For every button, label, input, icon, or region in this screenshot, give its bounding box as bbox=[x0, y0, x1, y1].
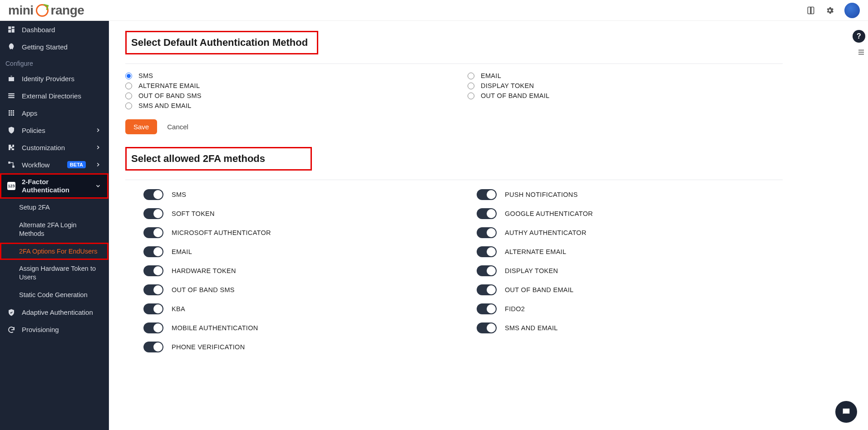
toggle-switch[interactable] bbox=[143, 265, 163, 276]
radio-display-token[interactable]: DISPLAY TOKEN bbox=[468, 82, 783, 89]
heading-text: Select Default Authentication Method bbox=[131, 34, 312, 51]
sidebar-sub-assign-hardware[interactable]: Assign Hardware Token to Users bbox=[0, 260, 108, 286]
help-button[interactable]: ? bbox=[853, 30, 865, 43]
sidebar-item-label: Policies bbox=[22, 127, 45, 134]
sidebar-item-dashboard[interactable]: Dashboard bbox=[0, 21, 108, 38]
toggle-switch[interactable] bbox=[143, 322, 163, 333]
gear-icon[interactable] bbox=[825, 6, 834, 15]
toggle-right-row: GOOGLE AUTHENTICATOR bbox=[477, 208, 783, 219]
radio-input[interactable] bbox=[125, 73, 132, 79]
toggle-switch[interactable] bbox=[143, 246, 163, 257]
toggle-col-left: SMSSOFT TOKENMICROSOFT AUTHENTICATOREMAI… bbox=[143, 189, 449, 352]
radio-input[interactable] bbox=[468, 83, 474, 89]
radio-input[interactable] bbox=[125, 83, 132, 89]
svg-rect-6 bbox=[8, 97, 15, 98]
toggle-switch[interactable] bbox=[143, 227, 163, 238]
svg-rect-11 bbox=[11, 112, 12, 114]
sidebar-item-label: Dashboard bbox=[22, 26, 55, 34]
toggle-switch[interactable] bbox=[477, 265, 497, 276]
sidebar-item-customization[interactable]: Customization bbox=[0, 139, 108, 156]
toggle-switch[interactable] bbox=[143, 189, 163, 200]
radio-input[interactable] bbox=[468, 93, 474, 99]
toggle-left-row: HARDWARE TOKEN bbox=[143, 265, 449, 276]
radio-input[interactable] bbox=[125, 93, 132, 99]
toggle-left-row: SOFT TOKEN bbox=[143, 208, 449, 219]
sidebar-section-configure: Configure bbox=[0, 55, 108, 70]
radio-email[interactable]: EMAIL bbox=[468, 72, 783, 79]
toggle-right-row: SMS AND EMAIL bbox=[477, 322, 783, 333]
radio-sms[interactable]: SMS bbox=[125, 72, 440, 79]
svg-rect-7 bbox=[9, 110, 10, 112]
sidebar-sub-static-code[interactable]: Static Code Generation bbox=[0, 286, 108, 304]
svg-rect-5 bbox=[8, 95, 15, 96]
toggle-switch[interactable] bbox=[143, 342, 163, 352]
svg-rect-8 bbox=[11, 110, 12, 112]
heading-text: Select allowed 2FA methods bbox=[131, 150, 306, 167]
svg-rect-1 bbox=[12, 26, 15, 28]
radio-oob-sms[interactable]: OUT OF BAND SMS bbox=[125, 92, 440, 99]
sidebar-sub-2fa-options[interactable]: 2FA Options For EndUsers bbox=[0, 243, 108, 260]
toggle-right-row: ALTERNATE EMAIL bbox=[477, 246, 783, 257]
toggle-left-row: MOBILE AUTHENTICATION bbox=[143, 322, 449, 333]
svg-rect-15 bbox=[13, 114, 14, 116]
toggle-right-row: AUTHY AUTHENTICATOR bbox=[477, 227, 783, 238]
toggle-label: MICROSOFT AUTHENTICATOR bbox=[172, 229, 271, 236]
brand-suffix: range bbox=[51, 3, 84, 18]
radio-col-left: SMS ALTERNATE EMAIL OUT OF BAND SMS bbox=[125, 72, 440, 109]
hamburger-icon[interactable] bbox=[857, 48, 865, 56]
heading-default-auth: Select Default Authentication Method bbox=[125, 31, 318, 54]
radio-label: SMS bbox=[138, 72, 153, 79]
sidebar-item-label: Identity Providers bbox=[22, 75, 74, 83]
toggle-switch[interactable] bbox=[477, 322, 497, 333]
radio-sms-and-email[interactable]: SMS AND EMAIL bbox=[125, 102, 440, 109]
toggle-switch[interactable] bbox=[143, 303, 163, 314]
sidebar-item-provisioning[interactable]: Provisioning bbox=[0, 321, 108, 338]
radio-input[interactable] bbox=[125, 103, 132, 109]
toggle-label: GOOGLE AUTHENTICATOR bbox=[505, 210, 593, 217]
chevron-right-icon bbox=[95, 161, 101, 168]
sidebar-item-adaptive-auth[interactable]: Adaptive Authentication bbox=[0, 304, 108, 321]
toggle-switch[interactable] bbox=[477, 227, 497, 238]
toggle-switch[interactable] bbox=[143, 208, 163, 219]
toggle-switch[interactable] bbox=[477, 303, 497, 314]
sidebar-sub-setup-2fa[interactable]: Setup 2FA bbox=[0, 199, 108, 216]
sidebar-item-apps[interactable]: Apps bbox=[0, 104, 108, 122]
svg-rect-10 bbox=[9, 112, 10, 114]
radio-label: SMS AND EMAIL bbox=[138, 102, 192, 109]
toggle-label: PUSH NOTIFICATIONS bbox=[505, 191, 578, 198]
toggle-switch[interactable] bbox=[477, 208, 497, 219]
avatar[interactable] bbox=[844, 3, 860, 18]
toggle-switch[interactable] bbox=[143, 284, 163, 295]
cancel-button[interactable]: Cancel bbox=[167, 123, 188, 131]
toggle-switch[interactable] bbox=[477, 284, 497, 295]
toggle-label: OUT OF BAND SMS bbox=[172, 286, 235, 293]
svg-rect-9 bbox=[13, 110, 14, 112]
sidebar-item-workflow[interactable]: Workflow BETA bbox=[0, 156, 108, 173]
radio-input[interactable] bbox=[468, 73, 474, 79]
sidebar-item-policies[interactable]: Policies bbox=[0, 122, 108, 139]
save-button[interactable]: Save bbox=[125, 119, 157, 134]
chevron-down-icon bbox=[95, 183, 101, 189]
sidebar-item-getting-started[interactable]: Getting Started bbox=[0, 38, 108, 55]
sidebar-sub-alternate-methods[interactable]: Alternate 2FA Login Methods bbox=[0, 216, 108, 243]
toggle-label: SMS AND EMAIL bbox=[505, 324, 558, 332]
toggle-switch[interactable] bbox=[477, 246, 497, 257]
toggle-switch[interactable] bbox=[477, 189, 497, 200]
sidebar: Dashboard Getting Started Configure Iden… bbox=[0, 21, 109, 430]
sidebar-item-label: Adaptive Authentication bbox=[22, 308, 93, 316]
divider bbox=[125, 180, 783, 180]
list-icon bbox=[7, 92, 15, 100]
chat-fab[interactable] bbox=[835, 401, 857, 423]
toggle-left-row: OUT OF BAND SMS bbox=[143, 284, 449, 295]
sidebar-item-identity-providers[interactable]: Identity Providers bbox=[0, 70, 108, 87]
radio-oob-email[interactable]: OUT OF BAND EMAIL bbox=[468, 92, 783, 99]
grid-icon bbox=[7, 109, 15, 117]
book-icon[interactable] bbox=[806, 6, 815, 15]
sidebar-item-2fa[interactable]: 123 2-Factor Authentication bbox=[0, 173, 108, 199]
toggle-left-row: MICROSOFT AUTHENTICATOR bbox=[143, 227, 449, 238]
sidebar-item-external-directories[interactable]: External Directories bbox=[0, 87, 108, 104]
radio-alternate-email[interactable]: ALTERNATE EMAIL bbox=[125, 82, 440, 89]
toggle-label: SMS bbox=[172, 191, 186, 198]
main-content: Select Default Authentication Method SMS… bbox=[109, 21, 799, 371]
toggle-label: OUT OF BAND EMAIL bbox=[505, 286, 573, 293]
